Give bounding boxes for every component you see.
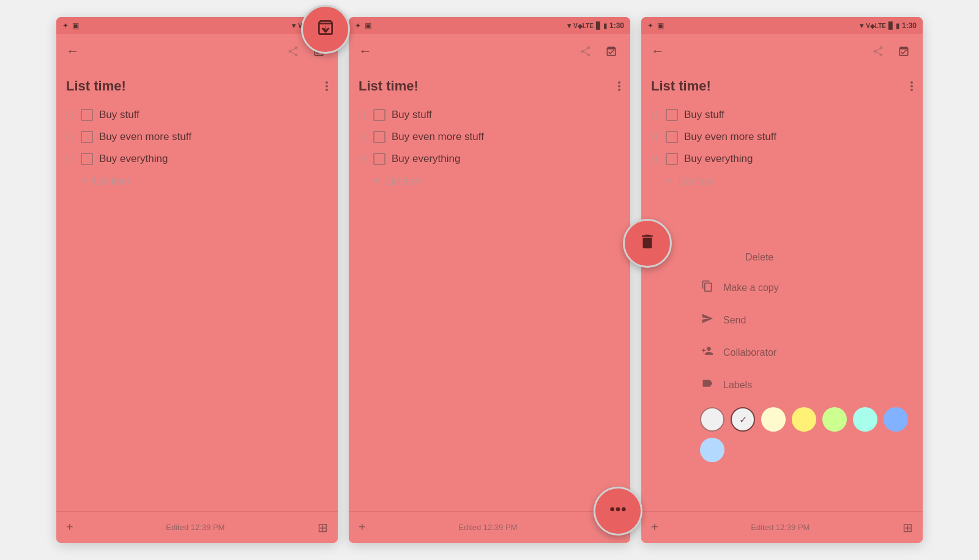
checkbox-2-3[interactable] xyxy=(373,153,385,165)
back-button-2[interactable]: ← xyxy=(359,43,372,59)
add-item-row-3[interactable]: + List item xyxy=(651,170,913,188)
checkbox-3-2[interactable] xyxy=(666,131,678,143)
add-note-button-2[interactable]: + xyxy=(359,520,366,534)
swatch-white[interactable] xyxy=(700,407,724,432)
more-button-3[interactable] xyxy=(910,81,913,91)
share-button-3[interactable] xyxy=(869,42,887,61)
time-2: 1:30 xyxy=(609,21,624,30)
add-placeholder-2: List item xyxy=(386,176,423,187)
checkbox-2-1[interactable] xyxy=(373,109,385,121)
note-title-1: List time! xyxy=(66,78,126,94)
swatch-blue-light[interactable] xyxy=(700,438,724,462)
battery-icon-2: ▮ xyxy=(603,22,607,30)
title-row-3: List time! xyxy=(651,78,913,94)
collaborator-label: Collaborator xyxy=(723,347,776,358)
drag-handle xyxy=(651,111,660,119)
plus-icon-2: + xyxy=(373,175,380,188)
wifi-icon-2: ▾ xyxy=(567,21,571,30)
swatch-selected[interactable]: ✓ xyxy=(731,407,755,432)
status-icons-right-2: ▾ V◆LTE ▊ ▮ 1:30 xyxy=(567,21,624,30)
edited-text-1: Edited 12:39 PM xyxy=(166,523,225,532)
time-3: 1:30 xyxy=(902,21,917,30)
labels-menu-item[interactable]: Labels xyxy=(690,369,923,401)
item-text-1-2: Buy even more stuff xyxy=(99,131,192,143)
note-title-2: List time! xyxy=(359,78,419,94)
lte-icon-3: V◆LTE xyxy=(866,23,886,29)
checkbox-1-2[interactable] xyxy=(81,131,93,143)
item-text-3-2: Buy even more stuff xyxy=(684,131,776,143)
labels-icon xyxy=(700,377,715,392)
edited-text-3: Edited 12:39 PM xyxy=(751,523,810,532)
swatch-yellow-light[interactable] xyxy=(761,407,786,432)
send-label: Send xyxy=(723,315,746,326)
title-row-1: List time! xyxy=(66,78,328,94)
send-icon xyxy=(700,312,715,328)
app-bar-1: ← xyxy=(56,34,338,68)
list-item-2-1[interactable]: Buy stuff xyxy=(359,104,620,126)
grid-button-3[interactable]: ⊞ xyxy=(903,520,913,535)
app-bar-2: ← xyxy=(349,34,630,68)
add-item-row-2[interactable]: + List item xyxy=(359,170,620,188)
list-item-3-3[interactable]: Buy everything xyxy=(651,148,913,170)
status-bar-3: ✦ ▣ ▾ V◆LTE ▊ ▮ 1:30 xyxy=(641,17,923,34)
swatch-blue[interactable] xyxy=(884,407,908,432)
drag-handle xyxy=(651,155,660,163)
content-2: List time! Buy stuff Buy even more stuff xyxy=(349,68,630,197)
checkbox-3-1[interactable] xyxy=(666,109,678,121)
delete-menu-label: Delete xyxy=(745,252,773,263)
grid-button-1[interactable]: ⊞ xyxy=(318,520,328,535)
add-item-row-1[interactable]: + List item xyxy=(66,170,328,188)
app-bar-left-2: ← xyxy=(359,43,372,59)
share-button-2[interactable] xyxy=(576,42,595,61)
drag-handle xyxy=(359,133,367,141)
collaborator-menu-item[interactable]: Collaborator xyxy=(690,336,923,369)
bottom-bar-3: + Edited 12:39 PM ⊞ xyxy=(641,511,923,543)
wifi-icon: ▾ xyxy=(292,21,296,30)
drag-handle xyxy=(66,133,75,141)
archive-fab[interactable] xyxy=(301,5,350,54)
checkbox-3-3[interactable] xyxy=(666,153,678,165)
edited-text-2: Edited 12:39 PM xyxy=(458,523,517,532)
list-item-1-1[interactable]: Buy stuff xyxy=(66,104,328,126)
list-item-1-3[interactable]: Buy everything xyxy=(66,148,328,170)
add-note-button-1[interactable]: + xyxy=(66,520,73,534)
delete-menu-item[interactable]: Delete xyxy=(690,243,923,271)
dropbox-icon-3: ✦ xyxy=(647,21,653,30)
status-bar-1: ✦ ▣ ▾ V◆LTE ▊ ▮ xyxy=(56,17,338,34)
check-icon: ✓ xyxy=(739,414,747,426)
checkbox-1-1[interactable] xyxy=(81,109,93,121)
checkbox-1-3[interactable] xyxy=(81,153,93,165)
list-item-2-3[interactable]: Buy everything xyxy=(359,148,620,170)
app-bar-right-2 xyxy=(576,42,620,61)
back-button-3[interactable]: ← xyxy=(651,43,664,59)
archive-icon xyxy=(316,18,335,42)
list-item-1-2[interactable]: Buy even more stuff xyxy=(66,126,328,148)
list-item-2-2[interactable]: Buy even more stuff xyxy=(359,126,620,148)
content-3: List time! Buy stuff Buy even more stuff xyxy=(641,68,923,197)
context-menu: Delete Make a copy Send Collaborator Lab… xyxy=(690,243,923,468)
archive-button-2[interactable] xyxy=(602,42,620,61)
list-item-3-2[interactable]: Buy even more stuff xyxy=(651,126,913,148)
more-button-2[interactable] xyxy=(618,81,620,91)
checkbox-2-2[interactable] xyxy=(373,131,385,143)
app-bar-left-3: ← xyxy=(651,43,664,59)
swatch-green-light[interactable] xyxy=(822,407,847,432)
list-item-3-1[interactable]: Buy stuff xyxy=(651,104,913,126)
dots-fab[interactable] xyxy=(594,487,642,536)
more-button-1[interactable] xyxy=(326,81,328,91)
image-icon: ▣ xyxy=(72,21,79,30)
swatch-teal-light[interactable] xyxy=(853,407,877,432)
swatch-yellow[interactable] xyxy=(792,407,816,432)
send-menu-item[interactable]: Send xyxy=(690,304,923,336)
drag-handle xyxy=(66,155,75,163)
lte-icon-2: V◆LTE xyxy=(573,23,594,29)
back-button-1[interactable]: ← xyxy=(66,43,80,59)
copy-icon xyxy=(700,280,715,295)
share-button-1[interactable] xyxy=(284,42,302,61)
make-copy-menu-item[interactable]: Make a copy xyxy=(690,271,923,304)
archive-button-3[interactable] xyxy=(895,42,913,61)
add-note-button-3[interactable]: + xyxy=(651,520,658,534)
delete-fab[interactable] xyxy=(623,219,672,268)
item-text-3-3: Buy everything xyxy=(684,153,753,165)
plus-icon-3: + xyxy=(666,175,672,188)
